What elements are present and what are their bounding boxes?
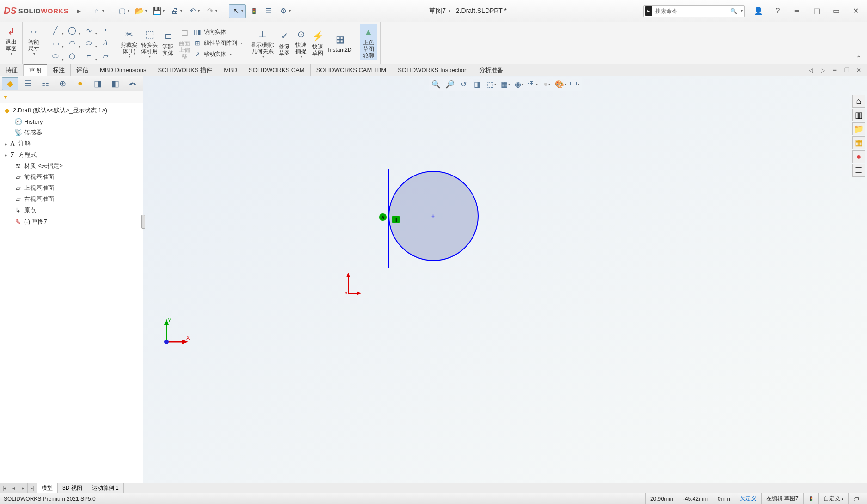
bt-first[interactable]: |◂ — [0, 483, 9, 493]
arc-tool[interactable]: ◠▾ — [65, 37, 80, 49]
hide-show-button[interactable]: ◉▾ — [513, 78, 525, 90]
status-indicator[interactable]: 🚦 — [803, 493, 818, 504]
display-tab[interactable]: ◨ — [89, 77, 106, 90]
mirror-button[interactable]: ▯▮镜向实体 — [193, 27, 243, 37]
status-defined[interactable]: 欠定义 — [735, 493, 761, 504]
taskpane-view-palette[interactable]: ▦ — [852, 136, 865, 149]
zoom-area-button[interactable]: 🔎 — [444, 78, 456, 90]
maximize-button[interactable]: ◫ — [809, 5, 824, 17]
open-button[interactable]: 📂▾ — [133, 5, 149, 18]
move-button[interactable]: ↗移动实体▾ — [193, 49, 243, 59]
tab-sketch[interactable]: 草图 — [24, 64, 47, 76]
tree-sensors[interactable]: 📡传感器 — [0, 127, 143, 138]
menu-flyout[interactable]: ▶ — [77, 8, 81, 14]
tree-annotations[interactable]: ▸A注解 — [0, 138, 143, 149]
exit-sketch-button[interactable]: ↲ 退出 草图 ▾ — [3, 24, 19, 57]
panel-splitter[interactable] — [141, 215, 145, 229]
tab-evaluate[interactable]: 评估 — [71, 64, 94, 76]
tree-plane-front[interactable]: ▱前视基准面 — [0, 171, 143, 182]
smart-dimension-button[interactable]: ↔ 智能 尺寸 ▾ — [25, 24, 42, 57]
view-orientation-button[interactable]: ⬚▾ — [486, 78, 498, 90]
status-custom[interactable]: 自定义 ▴ — [818, 493, 848, 504]
bottom-tab-3dview[interactable]: 3D 视图 — [58, 483, 87, 493]
taskpane-explorer[interactable]: 📁 — [852, 122, 865, 135]
home-button[interactable]: ⌂▾ — [90, 5, 106, 18]
tab-cam-tbm[interactable]: SOLIDWORKS CAM TBM — [311, 64, 392, 76]
constraint-vertical[interactable]: || — [392, 216, 400, 223]
tree-plane-right[interactable]: ▱右视基准面 — [0, 194, 143, 205]
linear-pattern-button[interactable]: ⊞线性草图阵列▾ — [193, 38, 243, 48]
slot-tool[interactable]: ⬭▾ — [48, 50, 63, 61]
appearances-tab[interactable]: ● — [72, 77, 89, 90]
sketch-vertical-line[interactable] — [388, 169, 389, 268]
taskpane-appearances[interactable]: ● — [852, 150, 865, 163]
filter-bar[interactable]: ▼ — [0, 91, 143, 103]
feature-tree-tab[interactable]: ◆ — [2, 77, 18, 90]
display-relations-button[interactable]: ⊥显示/删除 几何关系▾ — [249, 27, 276, 60]
render-button[interactable]: 🖵▾ — [569, 78, 581, 90]
taskpane-properties[interactable]: ☰ — [852, 164, 865, 177]
previous-view-button[interactable]: ↺ — [458, 78, 470, 90]
tab-inspection[interactable]: SOLIDWORKS Inspection — [392, 64, 473, 76]
constraint-tangent[interactable]: a — [379, 213, 387, 221]
tree-sketch7[interactable]: ✎(-) 草图7 — [0, 216, 143, 227]
status-tag[interactable]: 🏷 — [848, 493, 863, 504]
property-manager-tab[interactable]: ☰ — [19, 77, 36, 90]
polygon-tool[interactable]: ⬡ — [65, 50, 80, 61]
text-tool[interactable]: A — [98, 37, 113, 49]
undo-button[interactable]: ↶▾ — [186, 5, 202, 18]
close-button[interactable]: ✕ — [848, 5, 863, 17]
tree-root[interactable]: ◆ 2.Draft (默认<<默认>_显示状态 1>) — [0, 105, 143, 116]
tab-mbd[interactable]: MBD — [218, 64, 243, 76]
bt-prev[interactable]: ◂ — [9, 483, 18, 493]
plane-tool[interactable]: ▱ — [98, 50, 113, 61]
list-button[interactable]: ☰ — [262, 5, 275, 18]
doc-prev-button[interactable]: ◁ — [806, 66, 815, 75]
restore-button[interactable]: ▭ — [828, 5, 844, 17]
surface-offset-button[interactable]: ⊐曲面 上偏 移 — [176, 25, 193, 61]
scene-button[interactable]: ●▾ — [541, 78, 553, 90]
shade-contour-button[interactable]: ▲上色 草图 轮廓 — [360, 24, 377, 60]
configuration-tab[interactable]: ⚏ — [37, 77, 54, 90]
bt-next[interactable]: ▸ — [18, 483, 28, 493]
line-tool[interactable]: ╱▾ — [48, 24, 63, 36]
display-style-button[interactable]: ▦▾ — [499, 78, 511, 90]
new-button[interactable]: ▢▾ — [116, 5, 131, 18]
tab-annotate[interactable]: 标注 — [47, 64, 71, 76]
help-button[interactable]: ? — [770, 5, 786, 17]
ellipse-tool[interactable]: ⬭▾ — [81, 37, 96, 49]
tab-analysis[interactable]: 分析准备 — [473, 64, 509, 76]
zoom-fit-button[interactable]: 🔍 — [430, 78, 442, 90]
tree-material[interactable]: ≋材质 <未指定> — [0, 160, 143, 171]
tab-addins[interactable]: SOLIDWORKS 插件 — [152, 64, 218, 76]
bottom-tab-motion[interactable]: 运动算例 1 — [87, 483, 124, 493]
user-button[interactable]: 👤 — [750, 5, 766, 17]
fillet-tool[interactable]: ⌐▾ — [81, 50, 96, 61]
print-button[interactable]: 🖨▾ — [168, 5, 184, 18]
view-triad[interactable]: Y X — [160, 316, 192, 349]
ribbon-collapse-button[interactable]: ⌃ — [850, 53, 867, 64]
trim-button[interactable]: ✂剪裁实 体(T)▾ — [119, 27, 139, 60]
tree-history[interactable]: 🕘History — [0, 116, 143, 127]
search-icon[interactable]: 🔍 — [727, 8, 740, 14]
doc-minimize-button[interactable]: ━ — [830, 66, 839, 75]
select-button[interactable]: ↖▾ — [229, 4, 246, 18]
options-button[interactable]: ⚙▾ — [277, 5, 293, 18]
traffic-light-button[interactable]: 🚦 — [247, 5, 260, 18]
search-input[interactable] — [652, 8, 727, 14]
convert-button[interactable]: ⬚转换实 体引用▾ — [139, 27, 160, 60]
tree-origin[interactable]: ↳原点 — [0, 205, 143, 216]
bt-last[interactable]: ▸| — [28, 483, 37, 493]
redo-button[interactable]: ↷▾ — [203, 5, 219, 18]
tab-mbd-dimensions[interactable]: MBD Dimensions — [94, 64, 152, 76]
circle-tool[interactable]: ◯▾ — [65, 24, 80, 36]
taskpane-home[interactable]: ⌂ — [852, 95, 865, 108]
dimxpert-tab[interactable]: ⊕ — [55, 77, 71, 90]
rapid-sketch-button[interactable]: ⚡快速 草图 — [309, 29, 326, 57]
eye-button[interactable]: 👁▾ — [527, 78, 539, 90]
minimize-button[interactable]: ━ — [789, 5, 805, 17]
command-search[interactable]: ▸ 🔍 ▾ — [643, 5, 745, 17]
doc-next-button[interactable]: ▷ — [818, 66, 827, 75]
tree-equations[interactable]: ▸Σ方程式 — [0, 149, 143, 160]
quick-snap-button[interactable]: ⊙快速 捕捉▾ — [293, 27, 309, 60]
